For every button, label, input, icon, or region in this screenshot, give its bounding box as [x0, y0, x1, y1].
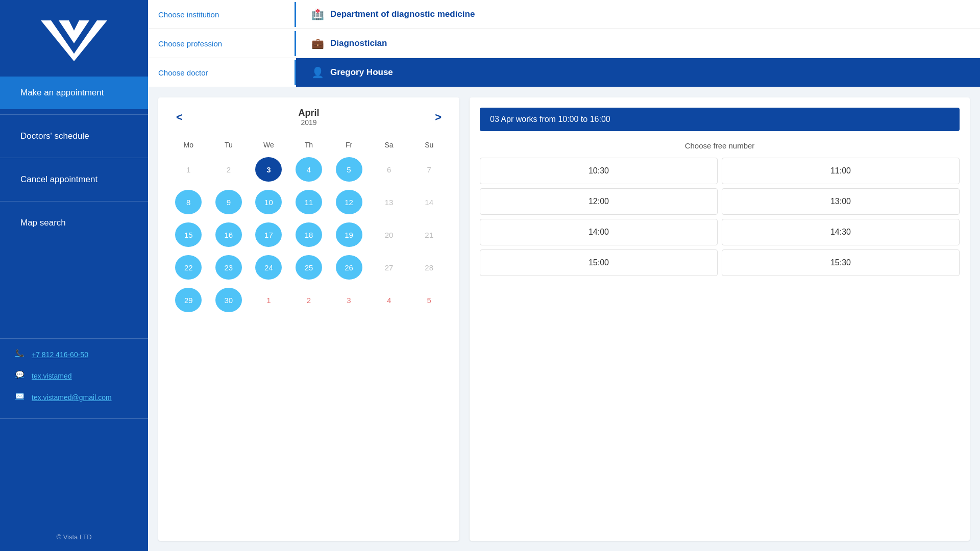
- weekday-tu: Tu: [209, 137, 249, 153]
- calendar-cell: 4: [289, 153, 329, 186]
- day-cell-1-4[interactable]: 12: [336, 190, 362, 214]
- sidebar-item-doctors-schedule[interactable]: Doctors' schedule: [0, 120, 148, 153]
- day-cell-4-2: 1: [255, 288, 282, 312]
- day-cell-2-2[interactable]: 17: [255, 222, 282, 247]
- calendar-month-year: April 2019: [298, 108, 319, 127]
- selection-bars: Choose institution 🏥 Department of diagn…: [148, 0, 980, 87]
- calendar-row: 293012345: [168, 284, 449, 316]
- calendar-cell: 28: [409, 251, 449, 284]
- day-cell-0-4[interactable]: 5: [336, 157, 362, 182]
- weekday-sa: Sa: [369, 137, 409, 153]
- calendar-cell: 22: [168, 251, 209, 284]
- calendar-prev-button[interactable]: <: [168, 108, 190, 127]
- logo-area: [0, 0, 148, 71]
- institution-icon: 🏥: [311, 8, 324, 20]
- day-cell-3-3[interactable]: 25: [296, 255, 322, 280]
- calendar-grid: Mo Tu We Th Fr Sa Su 1234567891011121314…: [168, 137, 449, 316]
- day-cell-1-3[interactable]: 11: [296, 190, 322, 214]
- calendar-cell: 13: [369, 186, 409, 218]
- calendar-next-button[interactable]: >: [427, 108, 449, 127]
- day-cell-1-6: 14: [416, 190, 443, 214]
- calendar-cell: 10: [249, 186, 289, 218]
- calendar-cell: 5: [409, 284, 449, 316]
- time-slot-2[interactable]: 12:00: [480, 188, 718, 215]
- choose-free-label: Choose free number: [480, 141, 960, 150]
- day-cell-3-5: 27: [376, 255, 402, 280]
- sidebar-item-cancel-appointment[interactable]: Cancel appointment: [0, 163, 148, 196]
- day-cell-2-3[interactable]: 18: [296, 222, 322, 247]
- time-slot-7[interactable]: 15:30: [722, 249, 960, 276]
- profession-label[interactable]: Choose profession: [148, 31, 296, 56]
- day-cell-2-6: 21: [416, 222, 443, 247]
- calendar-row: 15161718192021: [168, 218, 449, 251]
- day-cell-1-2[interactable]: 10: [255, 190, 282, 214]
- profession-bar: Choose profession 💼 Diagnostician: [148, 29, 980, 58]
- calendar-row: 891011121314: [168, 186, 449, 218]
- calendar-cell: 30: [209, 284, 249, 316]
- profession-icon: 💼: [311, 37, 324, 49]
- time-slot-3[interactable]: 13:00: [722, 188, 960, 215]
- day-cell-2-4[interactable]: 19: [336, 222, 362, 247]
- day-cell-2-5: 20: [376, 222, 402, 247]
- day-cell-0-5: 6: [376, 157, 402, 182]
- calendar-cell: 15: [168, 218, 209, 251]
- calendar-cell: 2: [209, 153, 249, 186]
- day-cell-4-5: 4: [376, 288, 402, 312]
- time-header: 03 Apr works from 10:00 to 16:00: [480, 108, 960, 131]
- day-cell-4-3: 2: [296, 288, 322, 312]
- sidebar-item-map-search[interactable]: Map search: [0, 207, 148, 239]
- calendar-year: 2019: [298, 118, 319, 127]
- day-cell-2-1[interactable]: 16: [215, 222, 242, 247]
- weekday-we: We: [249, 137, 289, 153]
- day-cell-4-0[interactable]: 29: [175, 288, 202, 312]
- doctor-value: 👤 Gregory House: [296, 58, 980, 87]
- day-cell-4-1[interactable]: 30: [215, 288, 242, 312]
- day-cell-1-1[interactable]: 9: [215, 190, 242, 214]
- phone-link[interactable]: 📞 +7 812 416-60-50: [15, 349, 138, 360]
- time-slot-4[interactable]: 14:00: [480, 219, 718, 245]
- institution-bar: Choose institution 🏥 Department of diagn…: [148, 0, 980, 29]
- calendar-cell: 18: [289, 218, 329, 251]
- weekday-mo: Mo: [168, 137, 209, 153]
- sidebar-item-make-appointment[interactable]: Make an appointment: [0, 77, 148, 109]
- calendar-cell: 25: [289, 251, 329, 284]
- main-content: Choose institution 🏥 Department of diagn…: [148, 0, 980, 551]
- calendar-weekday-row: Mo Tu We Th Fr Sa Su: [168, 137, 449, 153]
- institution-label[interactable]: Choose institution: [148, 2, 296, 27]
- email-link[interactable]: ✉️ tex.vistamed@gmail.com: [15, 392, 138, 403]
- day-cell-3-1[interactable]: 23: [215, 255, 242, 280]
- time-slot-5[interactable]: 14:30: [722, 219, 960, 245]
- calendar-month: April: [298, 108, 319, 118]
- calendar-cell: 21: [409, 218, 449, 251]
- nav-divider-3: [0, 201, 148, 202]
- day-cell-1-0[interactable]: 8: [175, 190, 202, 214]
- calendar-cell: 26: [329, 251, 369, 284]
- calendar-cell: 6: [369, 153, 409, 186]
- day-cell-0-3[interactable]: 4: [296, 157, 322, 182]
- day-cell-0-2[interactable]: 3: [255, 157, 282, 182]
- nav-divider-2: [0, 158, 148, 158]
- calendar-cell: 20: [369, 218, 409, 251]
- time-slot-6[interactable]: 15:00: [480, 249, 718, 276]
- phone-icon: 📞: [15, 349, 27, 360]
- day-cell-3-4[interactable]: 26: [336, 255, 362, 280]
- calendar-row: 22232425262728: [168, 251, 449, 284]
- day-cell-3-2[interactable]: 24: [255, 255, 282, 280]
- skype-link[interactable]: 💬 tex.vistamed: [15, 370, 138, 382]
- calendar-cell: 2: [289, 284, 329, 316]
- day-cell-3-0[interactable]: 22: [175, 255, 202, 280]
- doctor-label[interactable]: Choose doctor: [148, 60, 296, 85]
- calendar-cell: 4: [369, 284, 409, 316]
- profession-value: 💼 Diagnostician: [296, 29, 980, 58]
- calendar-cell: 11: [289, 186, 329, 218]
- calendar-time-row: < April 2019 > Mo Tu We Th Fr Sa Su: [148, 87, 980, 551]
- sidebar-contacts: 📞 +7 812 416-60-50 💬 tex.vistamed ✉️ tex…: [0, 349, 148, 413]
- calendar-cell: 12: [329, 186, 369, 218]
- calendar-cell: 1: [168, 153, 209, 186]
- time-slot-0[interactable]: 10:30: [480, 158, 718, 184]
- day-cell-2-0[interactable]: 15: [175, 222, 202, 247]
- nav-divider-footer: [0, 418, 148, 419]
- day-cell-0-6: 7: [416, 157, 443, 182]
- time-slot-1[interactable]: 11:00: [722, 158, 960, 184]
- nav-menu: Make an appointment Doctors' schedule Ca…: [0, 77, 148, 239]
